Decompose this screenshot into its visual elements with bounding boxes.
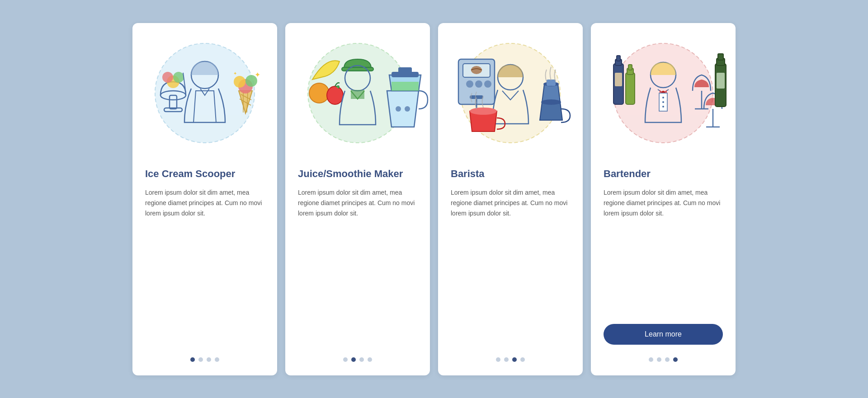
- card-title-ice-cream: Ice Cream Scooper: [145, 168, 264, 181]
- dot-1: [496, 357, 500, 362]
- dots-barista: [451, 357, 570, 362]
- card-text-barista: Lorem ipsum dolor sit dim amet, mea regi…: [451, 187, 570, 346]
- svg-rect-63: [717, 73, 725, 89]
- svg-rect-45: [617, 56, 620, 61]
- svg-point-38: [541, 99, 561, 105]
- dots-bartender: [604, 357, 723, 362]
- svg-point-41: [470, 108, 497, 115]
- svg-point-27: [396, 106, 401, 112]
- dot-4: [520, 357, 525, 362]
- cards-container: ✦ ✦ Ice Cream Scooper Lorem ipsum dolor …: [119, 9, 749, 389]
- card-barista: Barista Lorem ipsum dolor sit dim amet, …: [438, 23, 583, 375]
- card-illustration-juice: [285, 23, 430, 168]
- dot-1: [343, 357, 348, 362]
- card-illustration-bartender: [591, 23, 736, 168]
- svg-point-19: [309, 83, 329, 103]
- card-juice-smoothie: Juice/Smoothie Maker Lorem ipsum dolor s…: [285, 23, 430, 375]
- svg-rect-26: [398, 67, 412, 74]
- svg-point-14: [234, 76, 245, 88]
- svg-rect-21: [342, 67, 373, 71]
- dots-ice-cream: [145, 357, 264, 362]
- dot-4: [368, 357, 372, 362]
- dot-3: [665, 357, 670, 362]
- svg-point-32: [466, 80, 473, 88]
- dot-2: [351, 357, 356, 362]
- card-illustration-ice-cream: ✦ ✦: [132, 23, 277, 168]
- svg-point-54: [662, 101, 664, 103]
- svg-point-33: [475, 80, 482, 88]
- dot-4: [215, 357, 219, 362]
- card-title-bartender: Bartender: [604, 168, 723, 181]
- card-content-barista: Barista Lorem ipsum dolor sit dim amet, …: [438, 168, 583, 362]
- card-bartender: Bartender Lorem ipsum dolor sit dim amet…: [591, 23, 736, 375]
- card-text-bartender: Lorem ipsum dolor sit dim amet, mea regi…: [604, 187, 723, 315]
- card-title-barista: Barista: [451, 168, 570, 181]
- learn-more-button[interactable]: Learn more: [604, 324, 723, 345]
- svg-point-36: [471, 66, 482, 74]
- svg-point-55: [662, 106, 664, 108]
- svg-point-34: [484, 80, 491, 88]
- svg-point-5: [162, 72, 173, 83]
- svg-point-20: [327, 86, 343, 104]
- dot-3: [359, 357, 364, 362]
- card-text-ice-cream: Lorem ipsum dolor sit dim amet, mea regi…: [145, 187, 264, 346]
- svg-rect-47: [626, 73, 635, 104]
- svg-rect-62: [718, 54, 723, 60]
- card-illustration-barista: [438, 23, 583, 168]
- card-content-bartender: Bartender Lorem ipsum dolor sit dim amet…: [591, 168, 736, 362]
- svg-text:✦: ✦: [233, 71, 237, 76]
- svg-text:✦: ✦: [255, 71, 260, 79]
- card-content-ice-cream: Ice Cream Scooper Lorem ipsum dolor sit …: [132, 168, 277, 362]
- svg-point-28: [405, 106, 410, 112]
- dot-2: [504, 357, 509, 362]
- svg-rect-46: [615, 73, 622, 86]
- card-content-juice: Juice/Smoothie Maker Lorem ipsum dolor s…: [285, 168, 430, 362]
- svg-point-53: [662, 97, 664, 98]
- card-text-juice: Lorem ipsum dolor sit dim amet, mea regi…: [298, 187, 417, 346]
- dot-3: [512, 357, 517, 362]
- dots-juice: [298, 357, 417, 362]
- dot-1: [649, 357, 653, 362]
- dot-2: [657, 357, 661, 362]
- svg-point-6: [173, 72, 184, 83]
- card-title-juice: Juice/Smoothie Maker: [298, 168, 417, 181]
- dot-3: [207, 357, 211, 362]
- dot-2: [198, 357, 203, 362]
- card-ice-cream-scooper: ✦ ✦ Ice Cream Scooper Lorem ipsum dolor …: [132, 23, 277, 375]
- svg-rect-23: [351, 90, 358, 99]
- dot-4: [673, 357, 678, 362]
- svg-rect-40: [547, 80, 556, 86]
- dot-1: [190, 357, 195, 362]
- svg-rect-49: [628, 65, 632, 70]
- svg-rect-24: [358, 90, 364, 99]
